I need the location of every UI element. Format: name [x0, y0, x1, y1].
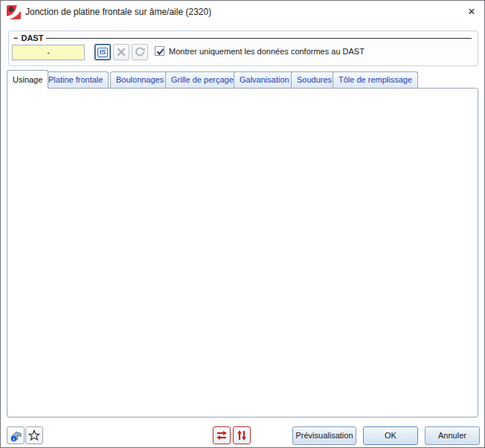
- close-icon[interactable]: ✕: [459, 1, 484, 23]
- swap-vertical-button[interactable]: [233, 426, 251, 444]
- checkmark-icon: [155, 47, 165, 57]
- tab-page-usinage: [7, 88, 478, 417]
- dast-refresh-button[interactable]: [132, 44, 148, 60]
- ok-button[interactable]: OK: [363, 426, 418, 445]
- tab-usinage[interactable]: Usinage: [7, 70, 48, 89]
- dast-only-checkline: Montrer uniquement les données conformes…: [155, 46, 364, 56]
- tab-boulonnages[interactable]: Boulonnages: [110, 71, 170, 89]
- component-info-button[interactable]: i: [7, 426, 25, 444]
- clear-x-icon: [117, 48, 126, 57]
- is-icon: IS: [97, 48, 109, 57]
- dialog-jonction-platine: Jonction de platine frontale sur âme/ail…: [0, 0, 485, 448]
- dast-group-label: DAST: [21, 33, 43, 42]
- preview-button[interactable]: Prévisualisation: [292, 426, 356, 445]
- tab-platine-frontale[interactable]: Platine frontale: [42, 71, 109, 89]
- tab-tole-de-remplissage[interactable]: Tôle de remplissage: [333, 71, 418, 89]
- dast-only-label: Montrer uniquement les données conformes…: [169, 47, 364, 56]
- title-bar: Jonction de platine frontale sur âme/ail…: [1, 1, 484, 23]
- collapse-dash-icon[interactable]: −: [13, 34, 18, 42]
- tab-galvanisation[interactable]: Galvanisation: [234, 71, 295, 89]
- dast-clear-button[interactable]: [113, 44, 129, 60]
- window-title: Jonction de platine frontale sur âme/ail…: [25, 1, 211, 23]
- dast-select-button[interactable]: IS: [94, 44, 111, 60]
- swap-horizontal-icon: [216, 429, 228, 441]
- dast-code-field[interactable]: -: [12, 45, 85, 60]
- star-icon: [28, 429, 40, 441]
- favorites-button[interactable]: [25, 426, 43, 444]
- app-icon: [7, 5, 21, 19]
- cancel-button[interactable]: Annuler: [425, 426, 480, 445]
- swap-vertical-icon: [236, 429, 248, 441]
- tab-soudures[interactable]: Soudures: [291, 71, 338, 89]
- dast-group: − DAST - IS Montrer uniquement le: [8, 31, 478, 66]
- tab-grille-de-percage[interactable]: Grille de perçage: [165, 71, 240, 89]
- dast-only-checkbox[interactable]: [155, 46, 164, 56]
- component-icon: i: [10, 429, 22, 442]
- swap-horizontal-button[interactable]: [213, 426, 231, 444]
- refresh-icon: [135, 47, 145, 57]
